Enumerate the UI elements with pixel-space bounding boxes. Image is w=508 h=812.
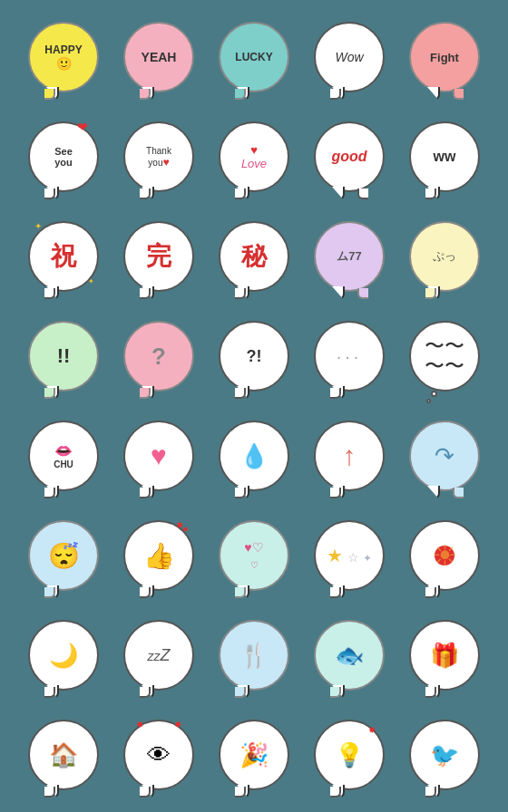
- lol-text: ム77: [337, 248, 361, 265]
- lucky-text: LUCKY: [235, 51, 272, 63]
- cell-seeyou[interactable]: ❤ Seeyou: [18, 110, 109, 205]
- zzz-text: zzZ: [148, 646, 171, 665]
- spark-eye-left: ✸: [136, 720, 143, 730]
- spark-right: ✸: [182, 526, 189, 534]
- cell-arrow-down[interactable]: ↷: [399, 409, 490, 504]
- star-gold: ★: [327, 546, 343, 566]
- cell-eye[interactable]: ✸ ✸ 👁: [113, 708, 204, 803]
- heart-decoration: ❤: [77, 120, 88, 134]
- cell-house[interactable]: 🏠: [18, 708, 109, 803]
- spark-eye-right: ✸: [174, 720, 181, 730]
- star-silver: ☆: [347, 550, 359, 565]
- cell-gift[interactable]: 🎁: [399, 608, 490, 703]
- cell-exclaim[interactable]: !!: [18, 309, 109, 404]
- fish-icon: 🐟: [335, 642, 364, 670]
- house-icon: 🏠: [49, 741, 78, 769]
- cell-hearts-small[interactable]: ♥♡ ♡: [209, 508, 299, 604]
- scribble-text: 〜〜〜〜: [425, 336, 464, 376]
- cell-chu[interactable]: 👄 CHU: [18, 409, 109, 504]
- pu-text: ぷっ: [433, 248, 456, 265]
- cell-thankyou[interactable]: Thankyou♥: [113, 110, 204, 205]
- cell-thumbsup[interactable]: ✸ ✸ 👍: [113, 508, 204, 604]
- cell-moon[interactable]: 🌙: [18, 608, 109, 703]
- happy-face: 🙂: [44, 56, 82, 71]
- exclaim-text: !!: [57, 344, 71, 368]
- cell-question[interactable]: ?: [113, 309, 204, 404]
- star-blue: ✦: [363, 552, 372, 565]
- cell-party[interactable]: 🎉: [209, 708, 299, 803]
- dots-text: ···: [337, 346, 363, 367]
- cell-drop[interactable]: 💧: [209, 409, 299, 504]
- cell-fight[interactable]: Fight: [399, 10, 490, 105]
- party-icon: 🎉: [239, 741, 269, 769]
- qi-text: ?!: [247, 347, 262, 366]
- good-text: good: [331, 149, 366, 165]
- hi-kanji: 秘: [241, 239, 267, 274]
- moon-icon: 🌙: [49, 642, 78, 670]
- seeyou-text: Seeyou: [54, 146, 73, 168]
- cell-happy[interactable]: HAPPY 🙂: [18, 10, 109, 105]
- yeah-text: YEAH: [142, 50, 177, 64]
- bird-icon: 🐦: [430, 741, 459, 769]
- love-text: ♥Love: [241, 143, 267, 170]
- cell-wow[interactable]: Wow: [304, 10, 395, 105]
- cell-bird[interactable]: 🐦: [399, 708, 490, 803]
- cell-bulb[interactable]: ✸ 💡: [304, 708, 395, 803]
- lips-icon: 👄: [54, 442, 73, 459]
- cell-sun[interactable]: ☀: [399, 508, 490, 604]
- kan-kanji: 完: [146, 239, 171, 274]
- cell-yeah[interactable]: YEAH: [113, 10, 204, 105]
- cell-arrow-up[interactable]: ↑: [304, 409, 395, 504]
- arrow-down-icon: ↷: [435, 442, 454, 470]
- cell-dots[interactable]: ···: [304, 309, 395, 404]
- wow-text: Wow: [335, 50, 363, 64]
- cell-fish[interactable]: 🐟: [304, 608, 395, 703]
- star-deco-left: ✦: [34, 221, 42, 231]
- bulb-icon: 💡: [335, 741, 364, 769]
- drop-icon: 💧: [239, 442, 269, 470]
- thankyou-text: Thankyou♥: [146, 146, 171, 169]
- ww-text: ww: [434, 149, 456, 165]
- spark-bulb: ✸: [368, 725, 376, 735]
- small-hearts2: ♡: [250, 560, 259, 570]
- cell-fork-knife[interactable]: 🍴: [209, 608, 299, 703]
- heart-icon: ♥: [151, 440, 167, 471]
- chu-text: CHU: [54, 459, 73, 469]
- fork-knife-icon: 🍴: [239, 642, 269, 670]
- cell-good[interactable]: good: [304, 110, 395, 205]
- happy-text: HAPPY: [44, 44, 82, 56]
- question-text: ?: [151, 343, 166, 371]
- cell-hi[interactable]: 秘: [209, 209, 299, 304]
- small-hearts: ♥♡: [244, 540, 263, 555]
- cell-stars[interactable]: ★ ☆ ✦: [304, 508, 395, 604]
- cell-iwai[interactable]: ✦ ✦ 祝: [18, 209, 109, 304]
- cell-heart[interactable]: ♥: [113, 409, 204, 504]
- cell-sleep[interactable]: 😴: [18, 508, 109, 604]
- cell-ww[interactable]: ww: [399, 110, 490, 205]
- eye-icon: 👁: [147, 741, 171, 769]
- cell-kan[interactable]: 完: [113, 209, 204, 304]
- sleep-icon: 😴: [48, 541, 80, 571]
- iwai-kanji: 祝: [51, 239, 76, 274]
- cell-scribble[interactable]: 〜〜〜〜: [399, 309, 490, 404]
- emoji-grid: HAPPY 🙂 YEAH LUCKY Wow Fight ❤: [9, 1, 499, 812]
- cell-lol[interactable]: ム77: [304, 209, 395, 304]
- cell-love[interactable]: ♥Love: [209, 110, 299, 205]
- arrow-up-icon: ↑: [343, 440, 357, 471]
- cell-lucky[interactable]: LUCKY: [209, 10, 299, 105]
- thumbsup-icon: 👍: [143, 541, 175, 571]
- star-deco-right: ✦: [88, 277, 94, 285]
- cell-pu[interactable]: ぷっ: [399, 209, 490, 304]
- cell-qi[interactable]: ?!: [209, 309, 299, 404]
- cell-zzz[interactable]: zzZ: [113, 608, 204, 703]
- fight-text: Fight: [430, 51, 459, 64]
- gift-icon: 🎁: [430, 642, 459, 670]
